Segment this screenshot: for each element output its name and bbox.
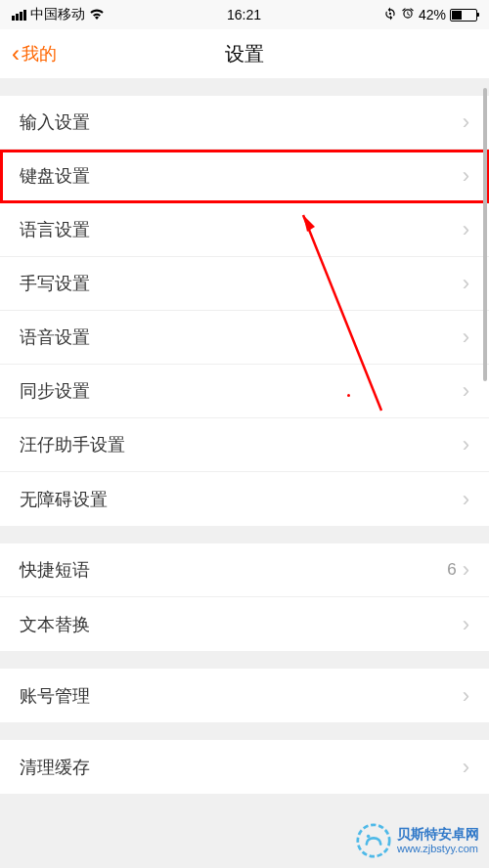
wifi-icon [89, 7, 105, 22]
scrollbar[interactable] [483, 88, 487, 430]
row-right: 6› [447, 557, 469, 583]
alarm-icon [401, 7, 415, 23]
chevron-right-icon: › [463, 432, 469, 457]
chevron-right-icon: › [463, 612, 469, 637]
settings-row[interactable]: 快捷短语6› [0, 543, 489, 597]
row-label: 清理缓存 [20, 756, 90, 779]
watermark-title: 贝斯特安卓网 [397, 826, 479, 843]
svg-point-3 [358, 825, 389, 856]
page-title: 设置 [225, 41, 264, 67]
chevron-right-icon: › [463, 217, 469, 242]
chevron-right-icon: › [463, 109, 469, 135]
row-right: › [463, 755, 469, 780]
row-value: 6 [447, 560, 456, 580]
row-right: › [463, 163, 469, 189]
row-label: 账号管理 [20, 684, 90, 708]
carrier-label: 中国移动 [30, 6, 85, 23]
settings-group: 清理缓存› [0, 740, 489, 794]
settings-row[interactable]: 键盘设置› [0, 150, 489, 203]
chevron-left-icon: ‹ [12, 40, 20, 67]
watermark-url: www.zjbstyy.com [397, 843, 479, 855]
row-label: 语言设置 [20, 218, 90, 241]
row-right: › [463, 378, 469, 404]
chevron-right-icon: › [463, 487, 469, 512]
row-label: 无障碍设置 [20, 488, 108, 511]
status-left: 中国移动 [12, 6, 105, 23]
row-label: 键盘设置 [20, 164, 90, 188]
row-label: 语音设置 [20, 326, 90, 349]
row-right: › [463, 271, 469, 296]
watermark: 贝斯特安卓网 www.zjbstyy.com [356, 823, 479, 858]
row-right: › [463, 432, 469, 457]
chevron-right-icon: › [463, 325, 469, 350]
settings-row[interactable]: 输入设置› [0, 96, 489, 150]
scrollbar-thumb[interactable] [483, 88, 487, 381]
row-label: 输入设置 [20, 110, 90, 134]
chevron-right-icon: › [463, 557, 469, 583]
settings-group: 输入设置›键盘设置›语言设置›手写设置›语音设置›同步设置›汪仔助手设置›无障碍… [0, 96, 489, 526]
settings-row[interactable]: 汪仔助手设置› [0, 418, 489, 472]
settings-list: 输入设置›键盘设置›语言设置›手写设置›语音设置›同步设置›汪仔助手设置›无障碍… [0, 96, 489, 794]
back-label: 我的 [22, 42, 57, 65]
chevron-right-icon: › [463, 755, 469, 780]
row-label: 同步设置 [20, 379, 90, 403]
row-right: › [463, 217, 469, 242]
settings-group: 快捷短语6›文本替换› [0, 543, 489, 651]
settings-group: 账号管理› [0, 669, 489, 722]
chevron-right-icon: › [463, 378, 469, 404]
settings-row[interactable]: 同步设置› [0, 365, 489, 418]
status-bar: 中国移动 16:21 42% [0, 0, 489, 29]
row-right: › [463, 612, 469, 637]
row-label: 快捷短语 [20, 558, 90, 582]
settings-row[interactable]: 无障碍设置› [0, 472, 489, 526]
status-right: 42% [383, 7, 477, 23]
settings-row[interactable]: 清理缓存› [0, 740, 489, 794]
row-right: › [463, 109, 469, 135]
row-right: › [463, 683, 469, 709]
row-label: 文本替换 [20, 613, 90, 636]
chevron-right-icon: › [463, 683, 469, 709]
settings-row[interactable]: 账号管理› [0, 669, 489, 722]
back-button[interactable]: ‹ 我的 [12, 40, 57, 67]
rotation-lock-icon [383, 7, 397, 23]
nav-bar: ‹ 我的 设置 [0, 29, 489, 78]
row-right: › [463, 325, 469, 350]
settings-row[interactable]: 语言设置› [0, 203, 489, 257]
row-right: › [463, 487, 469, 512]
settings-row[interactable]: 语音设置› [0, 311, 489, 365]
row-label: 汪仔助手设置 [20, 433, 125, 456]
svg-point-0 [389, 12, 391, 14]
svg-point-4 [367, 835, 371, 839]
battery-pct: 42% [419, 7, 446, 22]
settings-row[interactable]: 手写设置› [0, 257, 489, 311]
chevron-right-icon: › [463, 271, 469, 296]
chevron-right-icon: › [463, 163, 469, 189]
row-label: 手写设置 [20, 272, 90, 295]
battery-icon [450, 9, 477, 22]
settings-row[interactable]: 文本替换› [0, 597, 489, 651]
status-time: 16:21 [227, 7, 261, 22]
watermark-logo-icon [356, 823, 391, 858]
annotation-dot [347, 394, 350, 397]
signal-icon [12, 10, 26, 21]
